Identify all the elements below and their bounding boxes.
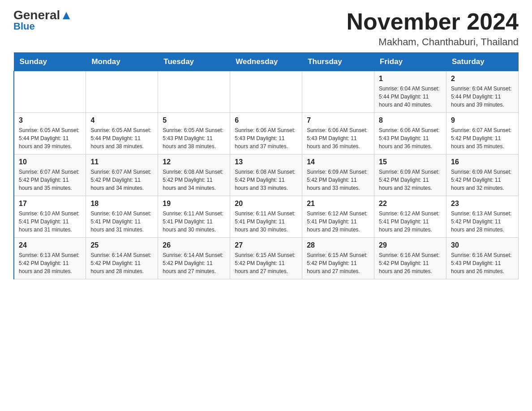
table-row: 4Sunrise: 6:05 AM Sunset: 5:44 PM Daylig…: [86, 113, 158, 154]
table-row: 1Sunrise: 6:04 AM Sunset: 5:44 PM Daylig…: [374, 71, 446, 113]
page-header: General▲ Blue November 2024 Makham, Chan…: [13, 9, 519, 48]
calendar-table: Sunday Monday Tuesday Wednesday Thursday…: [13, 52, 519, 279]
day-number: 28: [307, 241, 369, 249]
table-row: [86, 71, 158, 113]
day-number: 27: [235, 241, 297, 249]
day-number: 3: [19, 116, 81, 124]
day-number: 11: [90, 158, 153, 166]
day-number: 18: [90, 200, 153, 208]
day-info: Sunrise: 6:10 AM Sunset: 5:41 PM Dayligh…: [19, 210, 81, 234]
title-section: November 2024 Makham, Chanthaburi, Thail…: [347, 9, 519, 48]
day-info: Sunrise: 6:06 AM Sunset: 5:43 PM Dayligh…: [379, 126, 442, 150]
day-info: Sunrise: 6:09 AM Sunset: 5:42 PM Dayligh…: [379, 168, 442, 192]
table-row: 30Sunrise: 6:16 AM Sunset: 5:43 PM Dayli…: [446, 238, 519, 279]
col-thursday: Thursday: [302, 53, 374, 71]
table-row: 16Sunrise: 6:09 AM Sunset: 5:42 PM Dayli…: [446, 154, 519, 196]
logo-blue: Blue: [13, 21, 35, 32]
calendar-week-3: 10Sunrise: 6:07 AM Sunset: 5:42 PM Dayli…: [14, 154, 519, 196]
day-number: 29: [379, 241, 442, 249]
col-tuesday: Tuesday: [158, 53, 230, 71]
col-saturday: Saturday: [446, 53, 519, 71]
day-number: 5: [163, 116, 225, 124]
day-number: 21: [307, 200, 369, 208]
day-number: 23: [451, 200, 514, 208]
table-row: 18Sunrise: 6:10 AM Sunset: 5:41 PM Dayli…: [86, 196, 158, 238]
table-row: [302, 71, 374, 113]
day-number: 16: [451, 158, 514, 166]
day-info: Sunrise: 6:10 AM Sunset: 5:41 PM Dayligh…: [90, 210, 153, 234]
logo-general: General▲: [13, 9, 73, 21]
day-info: Sunrise: 6:15 AM Sunset: 5:42 PM Dayligh…: [235, 251, 297, 275]
day-number: 2: [451, 75, 514, 83]
day-info: Sunrise: 6:12 AM Sunset: 5:41 PM Dayligh…: [307, 210, 369, 234]
day-info: Sunrise: 6:07 AM Sunset: 5:42 PM Dayligh…: [90, 168, 153, 192]
table-row: 29Sunrise: 6:16 AM Sunset: 5:42 PM Dayli…: [374, 238, 446, 279]
day-number: 7: [307, 116, 369, 124]
calendar-header-row: Sunday Monday Tuesday Wednesday Thursday…: [14, 53, 519, 71]
col-wednesday: Wednesday: [230, 53, 302, 71]
day-number: 24: [19, 241, 81, 249]
table-row: 3Sunrise: 6:05 AM Sunset: 5:44 PM Daylig…: [14, 113, 86, 154]
day-info: Sunrise: 6:11 AM Sunset: 5:41 PM Dayligh…: [163, 210, 225, 234]
day-number: 10: [19, 158, 81, 166]
calendar-week-1: 1Sunrise: 6:04 AM Sunset: 5:44 PM Daylig…: [14, 71, 519, 113]
day-info: Sunrise: 6:15 AM Sunset: 5:42 PM Dayligh…: [307, 251, 369, 275]
col-sunday: Sunday: [14, 53, 86, 71]
table-row: 25Sunrise: 6:14 AM Sunset: 5:42 PM Dayli…: [86, 238, 158, 279]
day-number: 14: [307, 158, 369, 166]
day-number: 13: [235, 158, 297, 166]
table-row: 11Sunrise: 6:07 AM Sunset: 5:42 PM Dayli…: [86, 154, 158, 196]
table-row: [158, 71, 230, 113]
day-info: Sunrise: 6:12 AM Sunset: 5:41 PM Dayligh…: [379, 210, 442, 234]
table-row: [230, 71, 302, 113]
table-row: 15Sunrise: 6:09 AM Sunset: 5:42 PM Dayli…: [374, 154, 446, 196]
day-info: Sunrise: 6:11 AM Sunset: 5:41 PM Dayligh…: [235, 210, 297, 234]
calendar-week-2: 3Sunrise: 6:05 AM Sunset: 5:44 PM Daylig…: [14, 113, 519, 154]
logo: General▲ Blue: [13, 9, 73, 32]
day-info: Sunrise: 6:16 AM Sunset: 5:43 PM Dayligh…: [451, 251, 514, 275]
table-row: 19Sunrise: 6:11 AM Sunset: 5:41 PM Dayli…: [158, 196, 230, 238]
day-info: Sunrise: 6:07 AM Sunset: 5:42 PM Dayligh…: [19, 168, 81, 192]
table-row: 21Sunrise: 6:12 AM Sunset: 5:41 PM Dayli…: [302, 196, 374, 238]
location-title: Makham, Chanthaburi, Thailand: [347, 36, 519, 48]
day-number: 1: [379, 75, 442, 83]
day-info: Sunrise: 6:06 AM Sunset: 5:43 PM Dayligh…: [307, 126, 369, 150]
table-row: 9Sunrise: 6:07 AM Sunset: 5:42 PM Daylig…: [446, 113, 519, 154]
day-number: 12: [163, 158, 225, 166]
day-number: 30: [451, 241, 514, 249]
table-row: 24Sunrise: 6:13 AM Sunset: 5:42 PM Dayli…: [14, 238, 86, 279]
day-info: Sunrise: 6:14 AM Sunset: 5:42 PM Dayligh…: [90, 251, 153, 275]
table-row: [14, 71, 86, 113]
day-number: 17: [19, 200, 81, 208]
table-row: 28Sunrise: 6:15 AM Sunset: 5:42 PM Dayli…: [302, 238, 374, 279]
day-number: 19: [163, 200, 225, 208]
calendar-week-4: 17Sunrise: 6:10 AM Sunset: 5:41 PM Dayli…: [14, 196, 519, 238]
day-number: 22: [379, 200, 442, 208]
day-info: Sunrise: 6:14 AM Sunset: 5:42 PM Dayligh…: [163, 251, 225, 275]
day-number: 8: [379, 116, 442, 124]
table-row: 26Sunrise: 6:14 AM Sunset: 5:42 PM Dayli…: [158, 238, 230, 279]
day-number: 26: [163, 241, 225, 249]
day-number: 4: [90, 116, 153, 124]
day-info: Sunrise: 6:05 AM Sunset: 5:43 PM Dayligh…: [163, 126, 225, 150]
day-info: Sunrise: 6:09 AM Sunset: 5:42 PM Dayligh…: [451, 168, 514, 192]
day-info: Sunrise: 6:08 AM Sunset: 5:42 PM Dayligh…: [235, 168, 297, 192]
table-row: 22Sunrise: 6:12 AM Sunset: 5:41 PM Dayli…: [374, 196, 446, 238]
table-row: 6Sunrise: 6:06 AM Sunset: 5:43 PM Daylig…: [230, 113, 302, 154]
day-number: 20: [235, 200, 297, 208]
day-info: Sunrise: 6:13 AM Sunset: 5:42 PM Dayligh…: [451, 210, 514, 234]
day-info: Sunrise: 6:06 AM Sunset: 5:43 PM Dayligh…: [235, 126, 297, 150]
col-monday: Monday: [86, 53, 158, 71]
table-row: 17Sunrise: 6:10 AM Sunset: 5:41 PM Dayli…: [14, 196, 86, 238]
table-row: 10Sunrise: 6:07 AM Sunset: 5:42 PM Dayli…: [14, 154, 86, 196]
table-row: 5Sunrise: 6:05 AM Sunset: 5:43 PM Daylig…: [158, 113, 230, 154]
col-friday: Friday: [374, 53, 446, 71]
table-row: 12Sunrise: 6:08 AM Sunset: 5:42 PM Dayli…: [158, 154, 230, 196]
table-row: 14Sunrise: 6:09 AM Sunset: 5:42 PM Dayli…: [302, 154, 374, 196]
day-number: 6: [235, 116, 297, 124]
day-info: Sunrise: 6:05 AM Sunset: 5:44 PM Dayligh…: [90, 126, 153, 150]
day-number: 25: [90, 241, 153, 249]
day-number: 9: [451, 116, 514, 124]
table-row: 27Sunrise: 6:15 AM Sunset: 5:42 PM Dayli…: [230, 238, 302, 279]
table-row: 23Sunrise: 6:13 AM Sunset: 5:42 PM Dayli…: [446, 196, 519, 238]
